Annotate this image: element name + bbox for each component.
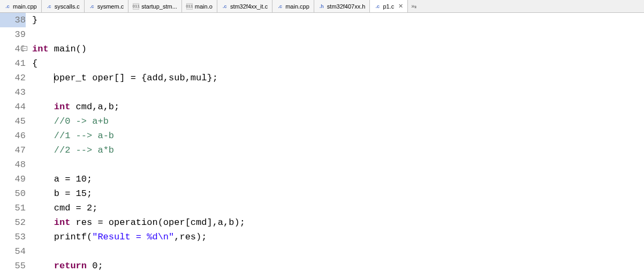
tab-overflow-button[interactable]: »₂ [408, 0, 420, 12]
line-number: 47 [0, 143, 26, 157]
code-token: 0; [87, 261, 103, 271]
code-line[interactable]: int main() [32, 42, 644, 56]
code-area[interactable]: }int main(){ oper_t oper[] = {add,sub,mu… [30, 13, 644, 279]
code-line[interactable]: cmd = 2; [32, 201, 644, 215]
line-number: 46 [0, 129, 26, 143]
tab-label: startup_stm... [141, 3, 177, 10]
code-token: b = 15; [32, 188, 92, 199]
tab-label: p1.c [383, 3, 394, 10]
line-number: 45 [0, 114, 26, 129]
line-number: 41 [0, 56, 26, 71]
line-number-gutter: 383940−414243444546474849505152535455 [0, 13, 30, 279]
code-line[interactable]: //1 --> a-b [32, 129, 644, 143]
code-token: //1 --> a-b [54, 131, 114, 141]
tab-startup_stm-[interactable]: 011startup_stm... [128, 0, 182, 12]
line-number: 54 [0, 244, 26, 259]
code-line[interactable] [32, 27, 644, 42]
c-file-icon: .c [222, 3, 228, 10]
code-line[interactable]: b = 15; [32, 186, 644, 201]
code-token: main() [49, 44, 87, 54]
close-icon[interactable]: ✕ [398, 3, 403, 10]
code-token [32, 102, 54, 112]
code-token: int [54, 217, 71, 228]
line-number: 52 [0, 215, 26, 230]
code-token: res = operation(oper[cmd],a,b); [70, 217, 245, 228]
line-number: 55 [0, 259, 26, 273]
tab-stm32f407xx-h[interactable]: .hstm32f407xx.h [314, 0, 370, 12]
line-number: 48 [0, 157, 26, 172]
code-line[interactable]: int res = operation(oper[cmd],a,b); [32, 215, 644, 230]
line-number: 43 [0, 85, 26, 100]
h-file-icon: .h [319, 3, 325, 10]
line-number: 40− [0, 42, 26, 56]
code-line[interactable] [32, 85, 644, 100]
tab-stm32f4xx_it-c[interactable]: .cstm32f4xx_it.c [217, 0, 272, 12]
code-line[interactable]: //0 -> a+b [32, 114, 644, 129]
tab-main-cpp[interactable]: .cmain.cpp [0, 0, 42, 12]
line-number: 39 [0, 27, 26, 42]
code-token: cmd = 2; [32, 203, 97, 213]
code-token [32, 131, 54, 141]
code-token: printf( [32, 232, 92, 242]
code-line[interactable]: int cmd,a,b; [32, 100, 644, 114]
line-number: 44 [0, 100, 26, 114]
code-token: int [54, 102, 71, 112]
tab-label: syscalls.c [55, 3, 80, 10]
tab-p1-c[interactable]: .cp1.c✕ [370, 0, 408, 12]
code-line[interactable]: oper_t oper[] = {add,sub,mul}; [32, 71, 644, 85]
tab-sysmem-c[interactable]: .csysmem.c [85, 0, 129, 12]
code-token: ,res); [174, 232, 207, 242]
c-file-icon: .c [374, 3, 381, 10]
code-token: cmd,a,b; [70, 102, 119, 112]
line-number: 50 [0, 186, 26, 201]
code-line[interactable]: return 0; [32, 259, 644, 273]
code-line[interactable]: a = 10; [32, 172, 644, 186]
tab-label: main.cpp [13, 3, 37, 10]
code-token: } [32, 15, 37, 25]
code-token [32, 261, 54, 271]
binary-file-icon: 011 [133, 3, 139, 10]
code-token: { [32, 58, 37, 69]
tab-main-o[interactable]: 011main.o [182, 0, 217, 12]
line-number: 42 [0, 71, 26, 85]
c-file-icon: .c [46, 3, 52, 10]
tab-label: main.o [195, 3, 213, 10]
code-line[interactable]: printf("Result = %d\n",res); [32, 230, 644, 244]
line-number: 49 [0, 172, 26, 186]
c-file-icon: .c [89, 3, 95, 10]
tab-bar: .cmain.cpp.csyscalls.c.csysmem.c011start… [0, 0, 644, 13]
code-token: a = 10; [32, 174, 92, 184]
line-number: 38 [0, 13, 26, 27]
binary-file-icon: 011 [186, 3, 193, 10]
code-token: //0 -> a+b [54, 116, 109, 126]
tab-label: main.cpp [285, 3, 309, 10]
c-file-icon: .c [277, 3, 283, 10]
code-token [32, 217, 54, 228]
code-line[interactable]: //2 --> a*b [32, 143, 644, 157]
code-token [32, 145, 54, 155]
code-token: "Result = %d\n" [92, 232, 174, 242]
c-file-icon: .c [4, 3, 11, 10]
line-number: 53 [0, 230, 26, 244]
code-token [32, 116, 54, 126]
code-token: oper_t oper[] = {add,sub,mul}; [54, 73, 218, 83]
code-token: return [54, 261, 87, 271]
tab-main-cpp[interactable]: .cmain.cpp [272, 0, 314, 12]
tab-syscalls-c[interactable]: .csyscalls.c [42, 0, 85, 12]
code-line[interactable]: } [32, 13, 644, 27]
fold-toggle-icon[interactable]: − [22, 46, 27, 51]
code-token: //2 --> a*b [54, 145, 114, 155]
tab-label: stm32f4xx_it.c [230, 3, 268, 10]
tab-label: stm32f407xx.h [327, 3, 366, 10]
code-line[interactable]: { [32, 56, 644, 71]
code-token: int [32, 44, 49, 54]
tab-label: sysmem.c [97, 3, 124, 10]
line-number: 51 [0, 201, 26, 215]
code-line[interactable] [32, 157, 644, 172]
code-line[interactable] [32, 244, 644, 259]
editor-area: 383940−414243444546474849505152535455 }i… [0, 13, 644, 279]
